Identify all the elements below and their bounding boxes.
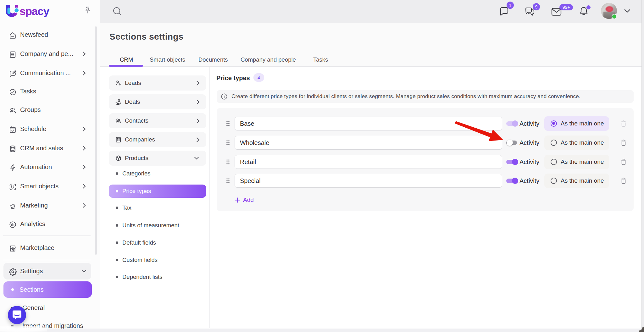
svg-text:spacy: spacy xyxy=(19,5,50,17)
